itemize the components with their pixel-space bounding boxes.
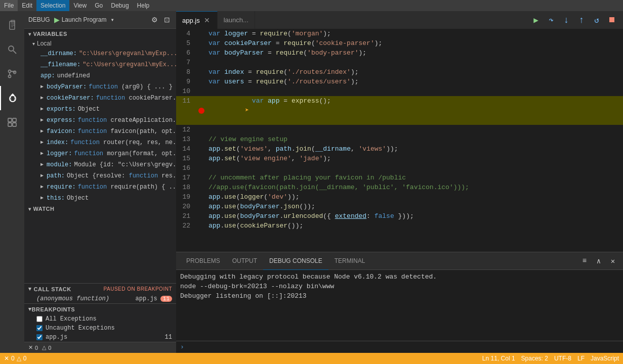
var-this[interactable]: ▶ this: Object (24, 193, 176, 204)
local-section-header[interactable]: ▾ Local (24, 39, 176, 48)
debug-settings-button[interactable]: ⚙ (149, 15, 160, 25)
search-icon[interactable] (0, 37, 24, 62)
tab-launch-label: launch... (224, 16, 248, 24)
code-line-15: 15 app.set('view engine', 'jade'); (176, 154, 623, 163)
tab-appjs[interactable]: app.js ✕ (176, 11, 218, 29)
var-require[interactable]: ▶ require: function require(path) { ... (24, 181, 176, 193)
bp-all-exceptions-checkbox[interactable] (36, 316, 43, 322)
call-stack-item[interactable]: (anonymous function) app.js 11 (24, 294, 176, 303)
variables-section-header[interactable]: ▾ VARIABLES (24, 29, 176, 39)
menu-edit[interactable]: Edit (18, 0, 36, 11)
var-index[interactable]: ▶ index: function router(req, res, ne... (24, 137, 176, 148)
panel-tab-debug-console[interactable]: DEBUG CONSOLE (263, 252, 328, 270)
dropdown-arrow-icon: ▾ (110, 16, 114, 24)
panel-collapse-icon[interactable]: ∧ (593, 255, 605, 267)
bp-uncaught-exceptions[interactable]: Uncaught Exceptions (24, 324, 176, 333)
tab-launch[interactable]: launch... (218, 11, 255, 29)
panel-filter-icon[interactable]: ≡ (578, 255, 591, 267)
console-input[interactable] (186, 343, 619, 351)
var-favicon[interactable]: ▶ favicon: function favicon(path, opt... (24, 126, 176, 137)
line-ending-status-item[interactable]: LF (577, 355, 585, 362)
call-stack-header[interactable]: ▾ CALL STACK PAUSED ON BREAKPOINT (24, 284, 176, 294)
spaces-status-item[interactable]: Spaces: 2 (521, 355, 548, 362)
var-path[interactable]: ▶ path: Object {resolve: function res... (24, 170, 176, 181)
continue-button[interactable]: ▶ (529, 13, 543, 27)
console-line-1: Debugging with legacy protocol because N… (180, 272, 619, 282)
var-cookieparser[interactable]: ▶ cookieParser: function cookieParser... (24, 93, 176, 104)
encoding-info: UTF-8 (554, 355, 571, 362)
encoding-status-item[interactable]: UTF-8 (554, 355, 571, 362)
stop-button[interactable]: ⏹ (605, 13, 619, 27)
svg-point-11 (10, 96, 16, 102)
var-dirname[interactable]: __dirname: "c:\Users\gregvanl\myExp..." (24, 48, 176, 59)
restart-button[interactable]: ↺ (590, 13, 604, 27)
svg-point-5 (9, 46, 14, 51)
error-x-icon: ✕ (4, 355, 9, 362)
files-icon[interactable] (0, 13, 24, 37)
debug-actions: ▶ ↷ ↓ ↑ ↺ ⏹ (525, 11, 623, 29)
warning-triangle-icon: △ (17, 355, 21, 362)
code-line-4: 4 var logger = require('morgan'); (176, 29, 623, 38)
step-over-button[interactable]: ↷ (544, 13, 558, 27)
menu-go[interactable]: Go (91, 0, 107, 11)
code-line-13: 13 // view engine setup (176, 134, 623, 144)
call-stack-panel: ▾ CALL STACK PAUSED ON BREAKPOINT (anony… (24, 283, 176, 342)
var-filename[interactable]: __filename: "c:\Users\gregvanl\myEx..." (24, 59, 176, 70)
var-logger[interactable]: ▶ logger: function morgan(format, opt... (24, 148, 176, 159)
menu-view[interactable]: View (69, 0, 91, 11)
var-module[interactable]: ▶ module: Module {id: "c:\Users\gregv... (24, 159, 176, 170)
bp-appjs-checkbox[interactable] (36, 334, 43, 340)
step-into-button[interactable]: ↓ (559, 13, 573, 27)
status-bar: ✕ 0 △ 0 Ln 11, Col 1 Spaces: 2 UTF-8 LF … (0, 353, 623, 364)
menu-help[interactable]: Help (133, 0, 154, 11)
code-line-11: 11 ➤ var app = express(); (176, 96, 623, 125)
git-icon[interactable] (0, 62, 24, 86)
console-line-2: node --debug-brk=20213 --nolazy bin\www (180, 282, 619, 291)
var-express[interactable]: ▶ express: function createApplication... (24, 115, 176, 126)
svg-rect-16 (8, 118, 12, 122)
menu-bar: File Edit Selection View Go Debug Help (0, 0, 623, 11)
debug-launch-button[interactable]: ▶ (54, 16, 60, 24)
position-status-item[interactable]: Ln 11, Col 1 (482, 355, 515, 362)
bottom-panel: PROBLEMS OUTPUT DEBUG CONSOLE TERMINAL ≡… (176, 252, 623, 353)
local-arrow-icon: ▾ (32, 41, 35, 47)
extensions-icon[interactable] (0, 110, 24, 134)
panel-tab-problems[interactable]: PROBLEMS (180, 252, 226, 270)
watch-arrow-icon: ▾ (28, 206, 31, 212)
var-bodyparser[interactable]: ▶ bodyParser: function (arg0) { ... } (24, 81, 176, 93)
step-out-button[interactable]: ↑ (574, 13, 589, 27)
debug-expand-button[interactable]: ⊡ (162, 15, 172, 25)
code-line-8: 8 var index = require('./routes/index'); (176, 67, 623, 77)
warning-count-item[interactable]: △ 0 (42, 344, 51, 351)
code-line-10: 10 (176, 86, 623, 96)
var-exports[interactable]: ▶ exports: Object (24, 104, 176, 115)
editor-content[interactable]: 4 var logger = require('morgan'); 5 var … (176, 29, 623, 252)
sidebar-status-bar: ✕ 0 △ 0 (24, 342, 176, 353)
code-line-16: 16 (176, 163, 623, 173)
language-status-item[interactable]: JavaScript (591, 355, 619, 362)
bp-uncaught-exceptions-checkbox[interactable] (36, 325, 43, 331)
variables-arrow-icon: ▾ (28, 31, 31, 37)
activity-bar (0, 11, 24, 353)
menu-selection[interactable]: Selection (36, 0, 69, 11)
menu-file[interactable]: File (0, 0, 18, 11)
watch-section-header[interactable]: ▾ WATCH (24, 204, 176, 214)
panel-tab-output[interactable]: OUTPUT (226, 252, 263, 270)
breakpoints-section-header[interactable]: ▾ BREAKPOINTS (24, 303, 176, 314)
tab-appjs-close[interactable]: ✕ (203, 16, 211, 24)
callstack-arrow-icon: ▾ (28, 286, 32, 292)
var-app[interactable]: app: undefined (24, 70, 176, 81)
panel-close-icon[interactable]: ✕ (607, 255, 619, 267)
console-caret-icon: › (180, 343, 184, 351)
error-count-item[interactable]: ✕ 0 (28, 344, 38, 351)
warning-icon: △ (42, 344, 46, 351)
error-status-item[interactable]: ✕ 0 △ 0 (4, 355, 26, 362)
tab-appjs-label: app.js (182, 17, 200, 24)
bp-appjs[interactable]: app.js 11 (24, 333, 176, 342)
debug-icon[interactable] (0, 86, 24, 110)
menu-debug[interactable]: Debug (107, 0, 133, 11)
code-line-18: 18 //app.use(favicon(path.join(__dirname… (176, 183, 623, 192)
code-line-12: 12 (176, 125, 623, 134)
panel-tab-terminal[interactable]: TERMINAL (328, 252, 371, 270)
bp-all-exceptions[interactable]: All Exceptions (24, 314, 176, 324)
